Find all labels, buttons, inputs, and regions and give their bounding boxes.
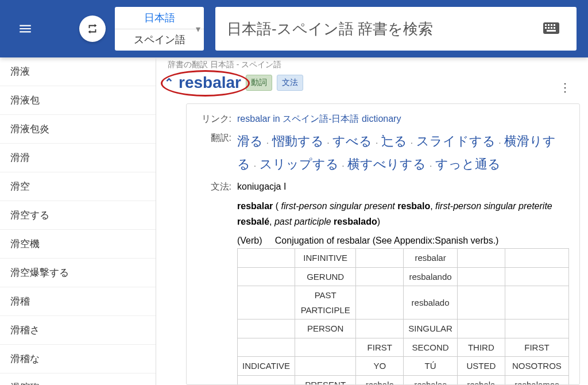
table-cell: FIRST [505,338,568,357]
search-placeholder: 日本語-スペイン語 辞書を検索 [227,19,433,39]
sidebar-item[interactable]: 滑液包 [0,86,156,115]
grammar-value: koniugacja I [237,179,569,194]
table-cell [356,286,404,319]
swap-languages-button[interactable] [79,16,106,42]
table-cell: THIRD [457,338,505,357]
table-cell: FIRST [356,338,404,357]
table-cell: NOSOTROS [505,357,568,376]
translation-label: 翻訳: [197,130,237,175]
table-cell: resbalar [404,249,458,268]
search-input[interactable]: 日本語-スペイン語 辞書を検索 [215,7,577,51]
translation-link[interactable]: 慴動する [272,134,324,148]
table-cell [295,357,356,376]
entry-headword[interactable]: resbalar [179,74,241,92]
table-cell: resbalas [404,375,458,385]
table-cell [238,286,295,319]
sidebar-item[interactable]: 滑液包炎 [0,115,156,144]
table-cell: GERUND [295,267,356,286]
sidebar: 滑液滑液包滑液包炎滑滑滑空滑空する滑空機滑空爆撃する滑稽滑稽さ滑稽な滑腔砲滑降滑… [0,57,156,385]
translation-link[interactable]: スリップする [260,157,339,171]
menu-icon[interactable] [11,15,39,43]
sidebar-item[interactable]: 滑空機 [0,230,156,259]
principal-parts: resbalar ( first-person singular present… [237,198,569,229]
svg-rect-4 [554,24,555,26]
svg-rect-3 [551,24,552,26]
table-cell [238,338,295,357]
chevron-down-icon[interactable]: ▾ [196,24,200,34]
conjugation-table: INFINITIVEresbalarGERUNDresbalandoPAST P… [237,248,569,385]
more-options-icon[interactable]: ⋮ [559,80,571,94]
table-cell: resbalo [356,375,404,385]
sidebar-item[interactable]: 滑空爆撃する [0,259,156,287]
source-language[interactable]: 日本語 [115,7,204,29]
svg-rect-2 [548,24,550,26]
translation-link[interactable]: 横すべりする [347,157,426,171]
collapse-icon[interactable]: ⌃ [164,76,174,90]
translations: 滑る · 慴動する · すべる · 辷る · スライドする · 横滑りする · … [237,130,569,175]
table-cell: USTED [457,357,505,376]
table-cell [505,319,568,338]
language-selector[interactable]: 日本語 スペイン語 ▾ [115,7,204,51]
table-cell: SINGULAR [404,319,458,338]
sidebar-item[interactable]: 滑空する [0,201,156,230]
sidebar-item[interactable]: 滑稽 [0,287,156,316]
svg-rect-8 [554,27,555,29]
translation-link[interactable]: 辷る [381,134,407,148]
table-cell [457,319,505,338]
sidebar-item[interactable]: 滑腔砲 [0,374,156,385]
breadcrumb: 辞書の翻訳 日本語 - スペイン語 [168,57,588,69]
table-cell [238,319,295,338]
table-cell [238,375,295,385]
table-cell: PRESENT [295,375,356,385]
table-cell: INFINITIVE [295,249,356,268]
table-cell: resbala [457,375,505,385]
sidebar-item[interactable]: 滑液 [0,57,156,86]
svg-rect-9 [547,30,556,32]
svg-rect-7 [551,27,552,29]
sidebar-item[interactable]: 滑滑 [0,144,156,172]
table-cell [457,286,505,319]
translation-link[interactable]: 滑る [237,134,263,148]
keyboard-icon[interactable] [543,20,565,38]
table-cell [505,249,568,268]
svg-rect-5 [545,27,547,29]
grammar-label: 文法: [197,179,237,194]
translation-link[interactable]: すべる [332,134,372,148]
table-cell: PERSON [295,319,356,338]
table-cell [238,249,295,268]
link-label: リンク: [197,111,237,126]
table-cell [295,338,356,357]
grammar-tag[interactable]: 文法 [277,75,303,91]
table-cell [457,267,505,286]
table-cell: resbalado [404,286,458,319]
cross-link[interactable]: resbalar in スペイン語-日本語 dictionary [237,114,401,124]
svg-rect-6 [548,27,550,29]
table-cell: resbalamos [505,375,568,385]
entry-card: リンク: resbalar in スペイン語-日本語 dictionary 翻訳… [186,103,580,385]
translation-link[interactable]: スライドする [416,134,496,148]
table-cell [356,319,404,338]
table-cell [356,267,404,286]
table-cell [505,267,568,286]
table-cell: YO [356,357,404,376]
table-cell [356,249,404,268]
svg-rect-1 [545,24,547,26]
table-cell: TÚ [404,357,458,376]
sidebar-item[interactable]: 滑稽な [0,345,156,374]
table-cell: PAST PARTICIPLE [295,286,356,319]
translation-link[interactable]: すっと通る [435,157,501,171]
table-cell [457,249,505,268]
table-cell: resbalando [404,267,458,286]
table-cell: INDICATIVE [238,357,295,376]
table-cell: SECOND [404,338,458,357]
sidebar-item[interactable]: 滑稽さ [0,316,156,345]
target-language[interactable]: スペイン語 [115,29,204,51]
sidebar-item[interactable]: 滑空 [0,172,156,201]
table-cell [505,286,568,319]
table-cell [238,267,295,286]
conjugation-heading: (Verb) Conjugation of resbalar (See Appe… [237,233,569,248]
pos-tag[interactable]: 動詞 [246,75,272,91]
